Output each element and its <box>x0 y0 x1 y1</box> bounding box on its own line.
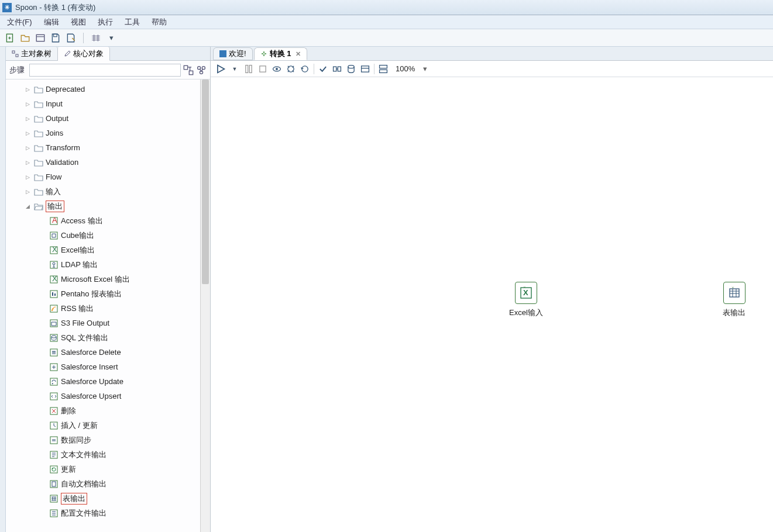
tree-item-delete[interactable]: 删除 <box>6 403 200 418</box>
toolbar-separator <box>374 64 375 74</box>
tree-item-label: Access 输出 <box>61 216 103 226</box>
tree-folder-validation[interactable]: ▷Validation <box>6 155 200 170</box>
object-tree-icon <box>12 50 19 57</box>
open-file-icon[interactable] <box>20 33 30 43</box>
pencil-icon <box>64 50 71 57</box>
tab-welcome[interactable]: 欢迎! <box>213 47 253 60</box>
sql-icon[interactable] <box>346 64 356 74</box>
save-icon[interactable] <box>50 33 61 43</box>
menu-edit[interactable]: 编辑 <box>42 16 61 29</box>
collapse-all-icon[interactable] <box>196 65 207 75</box>
canvas-node-table-output[interactable]: 表输出 <box>723 282 745 318</box>
run-icon[interactable] <box>215 64 226 74</box>
preview-icon[interactable] <box>272 64 282 74</box>
explore-db-icon[interactable] <box>360 64 370 74</box>
tree-item-access-output[interactable]: AAccess 输出 <box>6 213 200 228</box>
tree-item-cube-output[interactable]: Cube输出 <box>6 228 200 243</box>
tab-transformation-1[interactable]: 转换 1 ✕ <box>254 47 308 60</box>
impact-icon[interactable] <box>332 64 342 74</box>
chevron-right-icon[interactable]: ▷ <box>23 116 32 122</box>
chevron-right-icon[interactable]: ▷ <box>23 174 32 180</box>
step-icon <box>49 494 59 503</box>
tree-item-sf-insert[interactable]: Salesforce Insert <box>6 360 200 374</box>
tab-object-tree[interactable]: 主对象树 <box>6 47 58 60</box>
tree-item-sf-delete[interactable]: Salesforce Delete <box>6 345 200 360</box>
tab-core-objects[interactable]: 核心对象 <box>58 47 110 61</box>
canvas-node-excel-input[interactable]: X Excel输入 <box>509 282 543 318</box>
menu-run[interactable]: 执行 <box>95 16 115 29</box>
step-icon <box>49 509 59 518</box>
tree-item-pentaho-report[interactable]: Pentaho 报表输出 <box>6 286 200 301</box>
tree-item-label: SQL 文件输出 <box>61 333 108 343</box>
tree-item-rss-output[interactable]: RSS 输出 <box>6 301 200 316</box>
tree-folder-deprecated[interactable]: ▷Deprecated <box>6 82 200 96</box>
folder-icon <box>34 85 43 94</box>
expand-all-icon[interactable] <box>183 65 194 75</box>
tree-item-config-file-output[interactable]: 配置文件输出 <box>6 506 200 520</box>
tree-item-ldap-output[interactable]: LDAP 输出 <box>6 257 200 272</box>
verify-icon[interactable] <box>318 64 328 74</box>
menu-file[interactable]: 文件(F) <box>5 16 35 29</box>
debug-icon[interactable] <box>286 64 296 74</box>
tree-folder-flow[interactable]: ▷Flow <box>6 170 200 184</box>
tree-folder-joins[interactable]: ▷Joins <box>6 126 200 140</box>
chevron-right-icon[interactable]: ▷ <box>23 130 32 136</box>
tree-folder-output-cn[interactable]: ◢输出 <box>6 199 200 213</box>
tree-item-label: Salesforce Insert <box>61 362 118 371</box>
replay-icon[interactable] <box>300 64 310 74</box>
tree-item-sf-update[interactable]: Salesforce Update <box>6 374 200 389</box>
show-results-icon[interactable] <box>378 64 389 74</box>
perspective-icon[interactable] <box>91 33 101 43</box>
chevron-right-icon[interactable]: ▷ <box>23 87 32 92</box>
tree-folder-output[interactable]: ▷Output <box>6 111 200 126</box>
zoom-dropdown-icon[interactable]: ▾ <box>423 64 427 73</box>
new-file-icon[interactable] <box>5 33 15 43</box>
tree-item-text-file-output[interactable]: 文本文件输出 <box>6 447 200 462</box>
search-input[interactable] <box>29 64 181 77</box>
menu-view[interactable]: 视图 <box>68 16 88 29</box>
chevron-right-icon[interactable]: ▷ <box>23 160 32 165</box>
tree-label: Validation <box>46 158 78 167</box>
tree-item-insert-update[interactable]: 插入 / 更新 <box>6 418 200 433</box>
chevron-right-icon[interactable]: ▷ <box>23 189 32 195</box>
chevron-right-icon[interactable]: ▷ <box>23 101 32 107</box>
chevron-down-icon[interactable]: ◢ <box>23 203 32 209</box>
window-title: Spoon - 转换 1 (有变动) <box>15 2 95 13</box>
tree-item-sql-file-output[interactable]: SQL 文件输出 <box>6 330 200 345</box>
tree-item-s3-output[interactable]: S3 File Output <box>6 316 200 330</box>
svg-rect-50 <box>338 67 341 71</box>
tree-item-excel-output[interactable]: XExcel输出 <box>6 243 200 257</box>
explore-icon[interactable] <box>35 33 46 43</box>
menu-tools[interactable]: 工具 <box>122 16 142 29</box>
tree-item-data-sync[interactable]: 数据同步 <box>6 433 200 447</box>
tree-folder-input[interactable]: ▷Input <box>6 96 200 111</box>
zoom-level-label[interactable]: 100% <box>396 64 415 73</box>
chevron-right-icon[interactable]: ▷ <box>23 145 32 151</box>
run-dropdown-icon[interactable]: ▼ <box>229 64 240 74</box>
tree-item-label: Excel输出 <box>61 245 95 255</box>
menu-help[interactable]: 帮助 <box>149 16 169 29</box>
scrollbar-thumb[interactable] <box>202 80 209 284</box>
perspective-dropdown-icon[interactable]: ▾ <box>106 33 116 43</box>
svg-text:X: X <box>523 288 528 297</box>
pause-icon[interactable] <box>243 64 254 74</box>
tree-item-update[interactable]: 更新 <box>6 462 200 476</box>
tree-item-table-output[interactable]: 表输出 <box>6 491 200 506</box>
transformation-canvas[interactable]: X Excel输入 表输出 <box>211 77 773 532</box>
svg-rect-53 <box>380 65 387 68</box>
tree-item-msexcel-output[interactable]: XMicrosoft Excel 输出 <box>6 272 200 286</box>
tab-welcome-label: 欢迎! <box>229 49 246 59</box>
stop-icon[interactable] <box>257 64 268 74</box>
tree-folder-input-cn[interactable]: ▷输入 <box>6 184 200 199</box>
save-as-icon[interactable] <box>66 33 76 43</box>
folder-icon <box>34 144 43 152</box>
tree-folder-transform[interactable]: ▷Transform <box>6 140 200 155</box>
tree-scrollbar[interactable] <box>200 80 210 532</box>
close-tab-icon[interactable]: ✕ <box>296 50 301 58</box>
tree-item-label: Pentaho 报表输出 <box>61 289 122 299</box>
tree-item-auto-doc-output[interactable]: 自动文档输出 <box>6 476 200 491</box>
step-icon <box>49 231 59 240</box>
svg-rect-22 <box>50 291 57 298</box>
step-icon <box>49 450 59 460</box>
tree-item-sf-upsert[interactable]: Salesforce Upsert <box>6 389 200 403</box>
